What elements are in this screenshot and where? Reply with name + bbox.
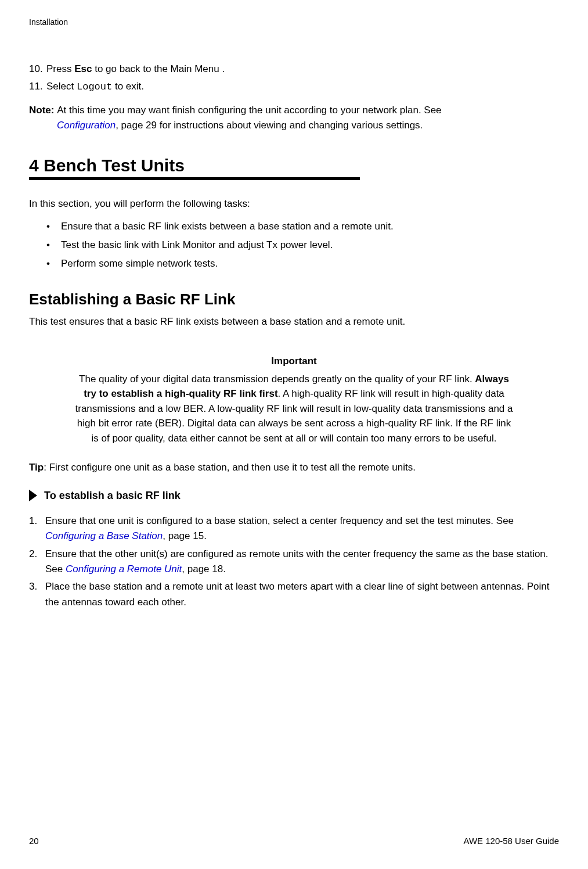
item-body: Place the base station and a remote unit… [45, 579, 559, 610]
item-body: Ensure that the other unit(s) are config… [45, 547, 559, 577]
config-base-station-link[interactable]: Configuring a Base Station [45, 530, 163, 541]
step-text: Select Logout to exit. [46, 79, 559, 95]
item-number: 1. [29, 514, 45, 529]
subsection-heading: Establishing a Basic RF Link [29, 290, 559, 308]
list-item: Perform some simple network tests. [61, 254, 559, 273]
section-rule [29, 177, 360, 180]
note-line1: At this time you may want finish configu… [57, 105, 441, 116]
step-text: Press Esc to go back to the Main Menu . [46, 62, 559, 77]
list-item: Test the basic link with Link Monitor an… [61, 236, 559, 254]
step-number: 10. [29, 62, 46, 77]
note-label: Note: [29, 105, 57, 116]
important-heading: Important [73, 356, 515, 367]
procedure-title: To establish a basic RF link [44, 490, 181, 502]
tip-text: : First configure one unit as a base sta… [44, 462, 416, 473]
continued-steps-list: 10. Press Esc to go back to the Main Men… [29, 62, 559, 94]
config-remote-unit-link[interactable]: Configuring a Remote Unit [66, 563, 182, 574]
page-container: Installation 10. Press Esc to go back to… [0, 0, 588, 869]
page-footer: 20 AWE 120-58 User Guide [29, 836, 559, 846]
configuration-link[interactable]: Configuration [57, 120, 116, 131]
item-body: Ensure that one unit is configured to a … [45, 514, 559, 544]
important-block: Important The quality of your digital da… [73, 356, 515, 446]
task-bullet-list: Ensure that a basic RF link exists betwe… [29, 217, 559, 274]
list-item: 1. Ensure that one unit is configured to… [29, 514, 559, 544]
procedure-list: 1. Ensure that one unit is configured to… [29, 514, 559, 610]
note-continuation: Configuration, page 29 for instructions … [29, 118, 559, 133]
tip-block: Tip: First configure one unit as a base … [29, 460, 559, 475]
section-intro: In this section, you will perform the fo… [29, 196, 559, 211]
subsection-body: This test ensures that a basic RF link e… [29, 314, 559, 329]
page-header: Installation [29, 17, 559, 27]
guide-name: AWE 120-58 User Guide [463, 836, 559, 846]
important-text: The quality of your digital data transmi… [73, 372, 515, 446]
arrow-right-icon [29, 490, 37, 501]
step-number: 11. [29, 79, 46, 95]
list-item: Ensure that a basic RF link exists betwe… [61, 217, 559, 236]
item-number: 3. [29, 579, 45, 594]
procedure-heading: To establish a basic RF link [29, 490, 559, 502]
esc-key: Esc [74, 63, 92, 74]
step-10: 10. Press Esc to go back to the Main Men… [29, 62, 559, 77]
list-item: 2. Ensure that the other unit(s) are con… [29, 547, 559, 577]
tip-label: Tip [29, 462, 44, 473]
logout-command: Logout [77, 81, 112, 92]
item-number: 2. [29, 547, 45, 562]
page-number: 20 [29, 836, 39, 846]
step-11: 11. Select Logout to exit. [29, 79, 559, 95]
note-line2: , page 29 for instructions about viewing… [116, 120, 423, 131]
list-item: 3. Place the base station and a remote u… [29, 579, 559, 610]
section-heading: 4 Bench Test Units [29, 156, 559, 175]
header-section-name: Installation [29, 17, 68, 27]
note-block: Note: At this time you may want finish c… [29, 103, 559, 132]
